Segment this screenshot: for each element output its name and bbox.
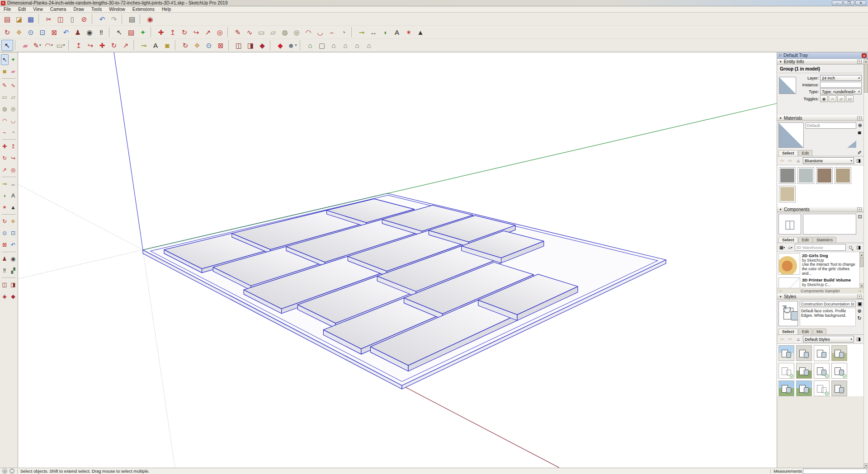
extension-manager-button[interactable]: ◆ (256, 40, 268, 51)
materials-header[interactable]: ▼ Materials × (777, 115, 863, 121)
model-viewport[interactable] (18, 52, 777, 468)
offset-button[interactable]: ◎ (214, 27, 226, 38)
extension-warehouse-button[interactable]: ◨ (245, 40, 256, 51)
details-pane-icon[interactable]: ◨ (855, 244, 862, 251)
layer-dropdown[interactable]: 24 inch▾ (820, 75, 862, 81)
cut-button[interactable]: ✂ (43, 14, 55, 25)
scale-button[interactable]: ↗ (120, 40, 132, 51)
in-model-icon[interactable]: ⊡ (858, 214, 862, 220)
3d-warehouse-button[interactable]: ◫ (233, 40, 245, 51)
push-pull-button[interactable]: ↥ (73, 40, 85, 51)
tape-measure-button[interactable]: ⊸ (356, 27, 368, 38)
line-button[interactable]: ✎▾ (31, 40, 43, 51)
eraser-button[interactable]: ▰ (19, 40, 31, 51)
pan-button[interactable]: ❖ (13, 27, 25, 38)
toggle-casts-shadows-button[interactable]: ▭ (846, 95, 854, 102)
look-around-button[interactable]: ◉ (84, 27, 95, 38)
arc-button[interactable]: ◠ (302, 27, 314, 38)
position-camera-button[interactable]: ♟ (72, 27, 84, 38)
three-point-arc-button[interactable]: ⌢ (326, 27, 338, 38)
eyedropper-icon[interactable]: ✐ (858, 150, 862, 156)
geolocation-icon[interactable]: ◍ (2, 469, 7, 474)
follow-me-button[interactable]: ↪ (85, 40, 96, 51)
rotate-button[interactable]: ↻ (179, 27, 190, 38)
erase-button[interactable]: ⊘ (78, 14, 90, 25)
home-icon[interactable]: ⌂ (795, 336, 802, 343)
styles-close-button[interactable]: × (857, 295, 862, 299)
component-name-box[interactable] (803, 214, 856, 235)
push-pull-button[interactable]: ↥ (9, 141, 17, 152)
dimension-button[interactable]: ↔ (9, 178, 17, 189)
viewport-canvas[interactable] (18, 52, 777, 468)
eraser-button[interactable]: ▰ (9, 66, 17, 77)
tape-measure-button[interactable]: ⊸ (1, 178, 9, 189)
move-button[interactable]: ✚ (96, 40, 108, 51)
entity-info-button[interactable]: ▤ (125, 27, 137, 38)
create-material-button[interactable]: ⊕ (858, 122, 862, 128)
tab-styles-select[interactable]: Select (778, 329, 798, 334)
three-point-arc-button[interactable]: ⌢ (1, 127, 9, 138)
style-thumbnail[interactable] (796, 380, 812, 396)
forward-arrow-icon[interactable]: ⇨ (787, 158, 794, 164)
tray-close-button[interactable]: × (862, 53, 867, 58)
scroll-up-icon[interactable]: ▴ (860, 252, 863, 257)
rotated-rectangle-button[interactable]: ▱ (267, 27, 279, 38)
two-point-arc-button[interactable]: ◡ (9, 115, 17, 126)
prev-collection-icon[interactable]: ⇦ (777, 289, 784, 293)
menu-draw[interactable]: Draw (70, 7, 87, 12)
rotate-button[interactable]: ↻ (108, 40, 120, 51)
material-swatch-stone-tan[interactable] (835, 167, 851, 184)
pie-button[interactable]: ◔ (9, 127, 17, 138)
arc-button[interactable]: ◠▾ (43, 40, 55, 51)
section-plane-button[interactable]: ▞ (9, 265, 17, 276)
styles-header[interactable]: ▼ Styles × (777, 294, 863, 300)
view-right-button[interactable]: ⌂ (340, 40, 351, 51)
style-thumbnail[interactable] (814, 345, 830, 361)
details-pane-icon[interactable]: ◨ (855, 158, 862, 164)
extension-manager-button[interactable]: ◆ (9, 291, 17, 302)
redo-button[interactable]: ↷ (108, 14, 120, 25)
back-arrow-icon[interactable]: ⇦ (778, 336, 786, 343)
paste-button[interactable]: ▯ (66, 14, 78, 25)
view-back-button[interactable]: ⌂ (351, 40, 363, 51)
entity-info-header[interactable]: ▼ Entity Info × (777, 59, 863, 65)
info-icon[interactable]: ⓘ (9, 469, 14, 474)
previous-view-button[interactable]: ↶ (9, 239, 17, 250)
components-header[interactable]: ▼ Components × (777, 206, 863, 212)
circle-button[interactable]: ◍ (1, 103, 9, 114)
dimension-button[interactable]: ↔ (368, 27, 379, 38)
toggle-locked-button[interactable]: ∩ (829, 95, 836, 102)
three-d-text-button[interactable]: ▲ (9, 202, 17, 213)
orbit-button[interactable]: ↻ (1, 27, 13, 38)
pan-button[interactable]: ❖ (191, 40, 203, 51)
three-d-text-button[interactable]: ▲ (415, 27, 426, 38)
components-search-input[interactable]: 3D Warehouse (795, 244, 846, 251)
view-top-button[interactable]: ▢ (316, 40, 328, 51)
style-thumbnail[interactable]: ✓ (778, 363, 794, 379)
tab-materials-select[interactable]: Select (778, 150, 798, 156)
orbit-button[interactable]: ↻ (1, 216, 9, 227)
polygon-button[interactable]: ◎ (291, 27, 302, 38)
view-front-button[interactable]: ⌂ (328, 40, 340, 51)
tab-components-select[interactable]: Select (778, 237, 798, 243)
follow-me-button[interactable]: ↪ (9, 153, 17, 164)
material-swatch-stone-light-tan[interactable] (779, 186, 796, 202)
text-button[interactable]: A (391, 27, 403, 38)
add-location-button[interactable]: ◆ (274, 40, 286, 51)
zoom-button[interactable]: ⊙ (25, 27, 37, 38)
zoom-button[interactable]: ⊙ (1, 228, 9, 239)
protractor-button[interactable]: ◖ (379, 27, 391, 38)
move-button[interactable]: ✚ (155, 27, 167, 38)
axes-button[interactable]: ✶ (403, 27, 415, 38)
styles-collection-dropdown[interactable]: Default Styles▾ (803, 336, 854, 343)
component-list-item[interactable]: 3D Printer Build Volumeby SketchUp C... (777, 277, 859, 288)
home-icon[interactable]: ⌂ (795, 158, 802, 164)
menu-file[interactable]: File (0, 7, 14, 12)
view-left-button[interactable]: ⌂ (363, 40, 375, 51)
tab-styles-edit[interactable]: Edit (798, 329, 813, 334)
extension-warehouse-button[interactable]: ◨ (9, 279, 17, 290)
scroll-down-icon[interactable]: ▾ (860, 283, 863, 288)
text-button[interactable]: A (9, 190, 17, 201)
model-info-button[interactable]: ◉ (144, 14, 156, 25)
line-button[interactable]: ✎ (232, 27, 244, 38)
